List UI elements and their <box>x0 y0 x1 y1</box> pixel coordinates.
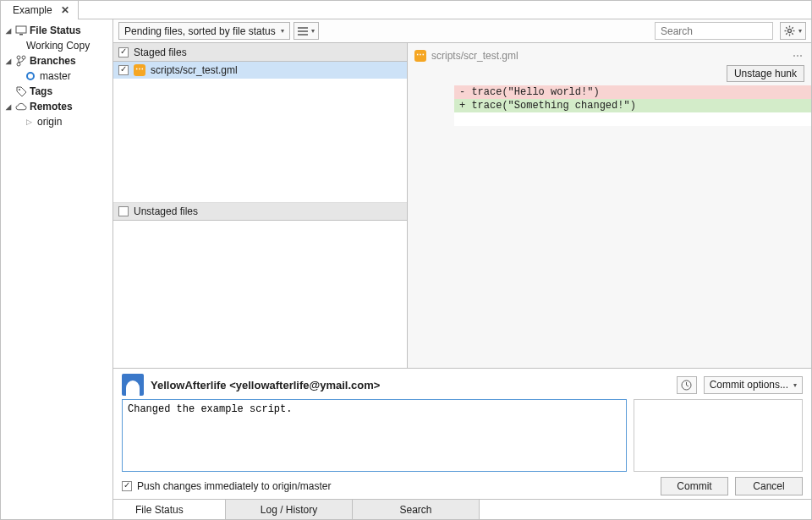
tag-icon <box>15 85 27 97</box>
unstaged-header: Unstaged files <box>113 202 407 221</box>
unstage-hunk-button[interactable]: Unstage hunk <box>727 65 804 82</box>
tab-file-status-label: File Status <box>135 504 184 516</box>
commit-button[interactable]: Commit <box>661 477 728 495</box>
toolbar: Pending files, sorted by file status ▾ ▾ <box>113 19 811 43</box>
unstaged-list <box>113 221 407 368</box>
file-path: scripts/scr_test.gml <box>151 64 238 76</box>
push-label: Push changes immediately to origin/maste… <box>137 480 331 492</box>
chevron-down-icon[interactable] <box>4 57 13 65</box>
diff-file-header: scripts/scr_test.gml ⋯ <box>408 43 811 63</box>
svg-point-11 <box>788 30 792 33</box>
filter-dropdown[interactable]: Pending files, sorted by file status ▾ <box>118 22 290 40</box>
sidebar-remotes-label: Remotes <box>30 101 73 112</box>
sidebar-item-file-status[interactable]: File Status <box>1 23 112 38</box>
diff-pane: scripts/scr_test.gml ⋯ Unstage hunk - tr… <box>408 43 811 368</box>
staged-file-row[interactable]: scripts/scr_test.gml <box>113 62 407 79</box>
close-icon[interactable]: ✕ <box>61 4 69 16</box>
branch-icon <box>15 55 27 67</box>
list-icon <box>298 27 308 36</box>
sidebar-tags-label: Tags <box>30 85 52 97</box>
push-checkbox[interactable] <box>122 481 132 491</box>
chevron-down-icon[interactable] <box>4 26 13 35</box>
svg-point-5 <box>19 89 20 90</box>
cloud-icon <box>15 101 27 112</box>
diff-added-line[interactable]: + trace("Something changed!") <box>454 99 811 112</box>
svg-rect-0 <box>16 26 26 33</box>
file-checkbox[interactable] <box>118 65 129 75</box>
svg-line-16 <box>786 27 787 28</box>
avatar <box>122 374 144 396</box>
diff-removed-line[interactable]: - trace("Hello world!") <box>454 85 811 99</box>
commit-button-label: Commit <box>677 480 711 492</box>
file-lists-pane: Staged files scripts/scr_test.gml Unstag… <box>113 43 408 368</box>
monitor-icon <box>15 25 27 36</box>
svg-line-18 <box>792 27 793 28</box>
sidebar-item-remotes[interactable]: Remotes <box>1 99 112 114</box>
commit-options-dropdown[interactable]: Commit options... ▾ <box>704 376 803 394</box>
svg-line-17 <box>792 33 793 34</box>
sidebar-item-working-copy[interactable]: Working Copy <box>1 38 112 53</box>
chevron-down-icon: ▾ <box>798 27 802 35</box>
settings-button[interactable]: ▾ <box>780 22 806 40</box>
gear-icon <box>784 25 795 36</box>
search-box[interactable] <box>655 22 773 40</box>
chevron-down-icon: ▾ <box>793 381 797 389</box>
staged-checkbox[interactable] <box>118 47 129 57</box>
commit-side-panel <box>634 399 803 472</box>
svg-line-19 <box>786 33 787 34</box>
chevron-down-icon: ▾ <box>281 27 284 35</box>
sidebar: File Status Working Copy Branches master <box>1 19 113 519</box>
tab-log-label: Log / History <box>261 504 317 516</box>
modified-icon <box>134 64 145 76</box>
sidebar-item-branch-master[interactable]: master <box>1 68 112 84</box>
clock-icon <box>681 380 692 391</box>
chevron-down-icon[interactable] <box>4 102 13 111</box>
staged-header: Staged files <box>113 43 407 62</box>
sidebar-item-branches[interactable]: Branches <box>1 53 112 68</box>
cancel-button-label: Cancel <box>753 480 784 492</box>
repo-tabbar: Example ✕ <box>1 1 811 19</box>
view-mode-button[interactable]: ▾ <box>294 22 319 40</box>
sidebar-item-remote-origin[interactable]: origin <box>1 114 112 129</box>
svg-point-2 <box>17 56 20 59</box>
current-branch-icon <box>26 72 35 80</box>
diff-context-line <box>454 112 811 126</box>
commit-panel: YellowAfterlife <yellowafterlife@ymail.c… <box>113 368 811 499</box>
unstage-hunk-label: Unstage hunk <box>734 68 797 79</box>
filter-label: Pending files, sorted by file status <box>124 25 276 37</box>
history-button[interactable] <box>677 376 697 394</box>
tab-log-history[interactable]: Log / History <box>226 500 353 519</box>
modified-icon <box>414 50 426 62</box>
more-icon[interactable]: ⋯ <box>793 50 804 62</box>
svg-rect-1 <box>19 34 23 36</box>
unstaged-checkbox[interactable] <box>118 206 129 216</box>
diff-file-path: scripts/scr_test.gml <box>431 50 518 62</box>
commit-options-label: Commit options... <box>710 379 788 391</box>
sidebar-working-copy-label: Working Copy <box>26 40 90 52</box>
repo-tab-example[interactable]: Example ✕ <box>1 1 79 19</box>
svg-point-3 <box>22 56 25 59</box>
staged-header-label: Staged files <box>134 47 187 58</box>
sidebar-branch-label: master <box>40 70 71 82</box>
tab-search-label: Search <box>399 504 431 516</box>
sidebar-branches-label: Branches <box>30 55 76 67</box>
svg-point-4 <box>17 63 20 66</box>
unstaged-header-label: Unstaged files <box>134 205 198 217</box>
sidebar-file-status-label: File Status <box>30 25 81 36</box>
cancel-button[interactable]: Cancel <box>735 477 803 495</box>
commit-message-input[interactable] <box>122 399 627 472</box>
sidebar-item-tags[interactable]: Tags <box>1 84 112 99</box>
tab-search[interactable]: Search <box>353 500 480 519</box>
tab-file-status[interactable]: File Status <box>113 500 226 519</box>
search-input[interactable] <box>659 25 789 38</box>
chevron-right-icon[interactable] <box>26 118 32 126</box>
chevron-down-icon: ▾ <box>311 27 315 35</box>
sidebar-remote-label: origin <box>37 116 62 128</box>
bottom-tabbar: File Status Log / History Search <box>113 499 811 519</box>
diff-body: - trace("Hello world!") + trace("Somethi… <box>408 85 811 126</box>
repo-tab-label: Example <box>13 4 52 16</box>
commit-author: YellowAfterlife <yellowafterlife@ymail.c… <box>151 379 380 391</box>
